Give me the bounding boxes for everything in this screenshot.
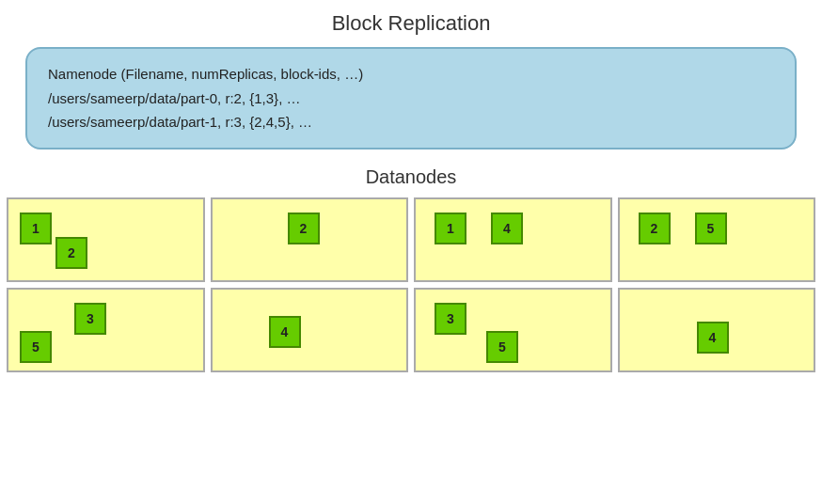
block-4: 4 xyxy=(697,322,729,354)
namenode-line1: Namenode (Filename, numReplicas, block-i… xyxy=(48,62,774,87)
block-4: 4 xyxy=(269,316,301,348)
datanode-cell-7: 35 xyxy=(414,288,612,372)
datanode-cell-2: 2 xyxy=(211,197,409,282)
block-2: 2 xyxy=(639,213,671,244)
block-5: 5 xyxy=(20,331,52,363)
block-2: 2 xyxy=(55,237,87,269)
block-2: 2 xyxy=(288,213,320,244)
datanode-cell-8: 4 xyxy=(618,288,816,372)
datanode-cell-1: 12 xyxy=(7,197,205,282)
block-3: 3 xyxy=(74,303,106,335)
namenode-line3: /users/sameerp/data/part-1, r:3, {2,4,5}… xyxy=(48,110,774,134)
datanodes-label: Datanodes xyxy=(366,166,457,188)
block-1: 1 xyxy=(20,213,52,244)
page-title: Block Replication xyxy=(332,11,491,36)
datanode-cell-4: 25 xyxy=(618,197,816,282)
block-1: 1 xyxy=(435,213,466,244)
block-5: 5 xyxy=(486,331,518,363)
block-4: 4 xyxy=(491,213,523,244)
namenode-line2: /users/sameerp/data/part-0, r:2, {1,3}, … xyxy=(48,87,774,111)
datanode-cell-5: 53 xyxy=(7,288,205,372)
block-3: 3 xyxy=(435,303,466,335)
datanode-cell-3: 14 xyxy=(414,197,612,282)
block-5: 5 xyxy=(695,213,727,244)
page: Block Replication Namenode (Filename, nu… xyxy=(0,0,822,504)
namenode-box: Namenode (Filename, numReplicas, block-i… xyxy=(25,47,797,150)
datanode-cell-6: 4 xyxy=(211,288,409,372)
datanode-grid: 1221425534354 xyxy=(7,197,815,372)
